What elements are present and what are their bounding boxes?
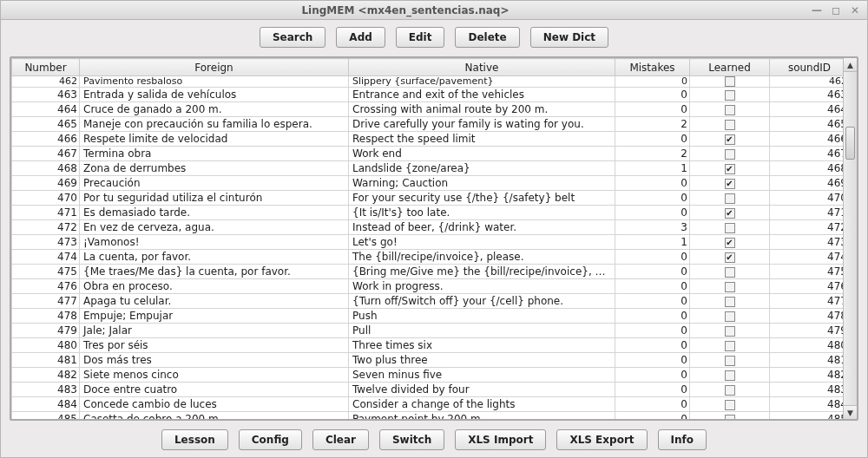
cell-mistakes: 0 bbox=[615, 176, 690, 191]
learned-checkbox[interactable] bbox=[725, 282, 735, 292]
col-mistakes[interactable]: Mistakes bbox=[615, 59, 690, 76]
learned-checkbox[interactable] bbox=[725, 193, 735, 204]
table-row[interactable]: 476Obra en proceso.Work in progress.0476 bbox=[12, 279, 844, 294]
learned-checkbox[interactable] bbox=[725, 311, 735, 322]
cell-native: Consider a change of the lights bbox=[349, 397, 615, 412]
cell-mistakes: 2 bbox=[615, 117, 690, 132]
table-row[interactable]: 463Entrada y salida de vehículosEntrance… bbox=[12, 88, 844, 102]
cell-learned: ✔ bbox=[690, 235, 770, 250]
maximize-icon[interactable]: ◻ bbox=[829, 3, 843, 17]
learned-checkbox[interactable]: ✔ bbox=[725, 238, 735, 248]
cell-mistakes: 0 bbox=[615, 338, 690, 353]
learned-checkbox[interactable] bbox=[725, 341, 735, 351]
table-row[interactable]: 477Apaga tu celular.{Turn off/Switch off… bbox=[12, 294, 844, 309]
cell-foreign: Apaga tu celular. bbox=[80, 294, 349, 309]
cell-mistakes: 3 bbox=[615, 220, 690, 235]
delete-button[interactable]: Delete bbox=[455, 27, 519, 48]
cell-soundid: 483 bbox=[770, 383, 844, 397]
table-row[interactable]: 478Empuje; EmpujarPush0478 bbox=[12, 309, 844, 324]
table-row[interactable]: 484Concede cambio de lucesConsider a cha… bbox=[12, 397, 844, 412]
learned-checkbox[interactable] bbox=[725, 356, 735, 366]
add-button[interactable]: Add bbox=[336, 27, 385, 48]
learned-checkbox[interactable] bbox=[725, 400, 735, 410]
learned-checkbox[interactable] bbox=[725, 415, 735, 420]
table-row[interactable]: 472En vez de cerveza, agua.Instead of be… bbox=[12, 220, 844, 235]
col-native[interactable]: Native bbox=[349, 59, 615, 76]
vertical-scrollbar[interactable]: ▲ ▼ bbox=[843, 58, 857, 419]
cell-native: Slippery {surface/pavement} bbox=[349, 76, 615, 88]
learned-checkbox[interactable] bbox=[725, 90, 735, 101]
learned-checkbox[interactable] bbox=[725, 105, 735, 115]
cell-learned bbox=[690, 102, 770, 117]
col-soundid[interactable]: soundID bbox=[770, 59, 844, 76]
cell-native: Respect the speed limit bbox=[349, 132, 615, 147]
table-row[interactable]: 485Casetta de cobro a 200 m.Payment poin… bbox=[12, 412, 844, 420]
table-row[interactable]: 464Cruce de ganado a 200 m.Crossing with… bbox=[12, 102, 844, 117]
search-button[interactable]: Search bbox=[260, 27, 326, 48]
learned-checkbox[interactable]: ✔ bbox=[725, 164, 735, 174]
cell-foreign: Jale; Jalar bbox=[80, 324, 349, 338]
cell-mistakes: 0 bbox=[615, 191, 690, 206]
learned-checkbox[interactable] bbox=[725, 297, 735, 307]
cell-number: 463 bbox=[12, 88, 80, 102]
minimize-icon[interactable]: — bbox=[810, 3, 824, 17]
table-row[interactable]: 480Tres por séisThree times six0480 bbox=[12, 338, 844, 353]
table-row[interactable]: 462Pavimento resbalosoSlippery {surface/… bbox=[12, 76, 844, 88]
switch-button[interactable]: Switch bbox=[379, 429, 444, 450]
cell-mistakes: 0 bbox=[615, 309, 690, 324]
table-row[interactable]: 466Respete limite de velocidadRespect th… bbox=[12, 132, 844, 147]
table-row[interactable]: 471Es demasiado tarde.{It is/It's} too l… bbox=[12, 206, 844, 220]
config-button[interactable]: Config bbox=[239, 429, 302, 450]
table-row[interactable]: 479Jale; JalarPull0479 bbox=[12, 324, 844, 338]
learned-checkbox[interactable] bbox=[725, 267, 735, 278]
table-row[interactable]: 482Siete menos cincoSeven minus five0482 bbox=[12, 368, 844, 383]
cell-learned bbox=[690, 265, 770, 279]
col-learned[interactable]: Learned bbox=[690, 59, 770, 76]
newdict-button[interactable]: New Dict bbox=[530, 27, 608, 48]
col-foreign[interactable]: Foreign bbox=[80, 59, 349, 76]
info-button[interactable]: Info bbox=[658, 429, 707, 450]
learned-checkbox[interactable]: ✔ bbox=[725, 208, 735, 219]
learned-checkbox[interactable] bbox=[725, 223, 735, 233]
table-row[interactable]: 475{Me traes/Me das} la cuenta, por favo… bbox=[12, 265, 844, 279]
cell-mistakes: 1 bbox=[615, 235, 690, 250]
col-number[interactable]: Number bbox=[12, 59, 80, 76]
table-row[interactable]: 481Dos más tresTwo plus three0481 bbox=[12, 353, 844, 368]
edit-button[interactable]: Edit bbox=[396, 27, 445, 48]
table-row[interactable]: 483Doce entre cuatroTwelve divided by fo… bbox=[12, 383, 844, 397]
learned-checkbox[interactable] bbox=[725, 370, 735, 381]
cell-soundid: 471 bbox=[770, 206, 844, 220]
lesson-button[interactable]: Lesson bbox=[161, 429, 228, 450]
cell-mistakes: 0 bbox=[615, 132, 690, 147]
scroll-up-icon[interactable]: ▲ bbox=[844, 58, 857, 72]
learned-checkbox[interactable] bbox=[725, 385, 735, 396]
cell-soundid: 476 bbox=[770, 279, 844, 294]
learned-checkbox[interactable] bbox=[725, 149, 735, 160]
close-icon[interactable]: ✕ bbox=[848, 3, 862, 17]
learned-checkbox[interactable]: ✔ bbox=[725, 252, 735, 263]
table-row[interactable]: 473¡Vamonos!Let's go!1✔473 bbox=[12, 235, 844, 250]
table-row[interactable]: 474La cuenta, por favor.The {bill/recipe… bbox=[12, 250, 844, 265]
scroll-thumb[interactable] bbox=[845, 127, 855, 160]
cell-learned bbox=[690, 88, 770, 102]
table-row[interactable]: 468Zona de derrumbesLandslide {zone/area… bbox=[12, 161, 844, 176]
xlsimport-button[interactable]: XLS Import bbox=[455, 429, 546, 450]
learned-checkbox[interactable] bbox=[725, 76, 735, 87]
cell-learned: ✔ bbox=[690, 161, 770, 176]
scroll-down-icon[interactable]: ▼ bbox=[844, 405, 857, 419]
clear-button[interactable]: Clear bbox=[312, 429, 369, 450]
xlsexport-button[interactable]: XLS Export bbox=[556, 429, 647, 450]
learned-checkbox[interactable]: ✔ bbox=[725, 134, 735, 145]
table-row[interactable]: 470Por tu seguridad utiliza el cinturónF… bbox=[12, 191, 844, 206]
cell-foreign: Por tu seguridad utiliza el cinturón bbox=[80, 191, 349, 206]
table-row[interactable]: 469PrecauciónWarning; Cauction0✔469 bbox=[12, 176, 844, 191]
cell-learned: ✔ bbox=[690, 132, 770, 147]
learned-checkbox[interactable] bbox=[725, 326, 735, 337]
learned-checkbox[interactable] bbox=[725, 120, 735, 130]
table-row[interactable]: 467Termina obraWork end2467 bbox=[12, 147, 844, 161]
cell-soundid: 464 bbox=[770, 102, 844, 117]
cell-native: Pull bbox=[349, 324, 615, 338]
learned-checkbox[interactable]: ✔ bbox=[725, 179, 735, 189]
cell-number: 473 bbox=[12, 235, 80, 250]
table-row[interactable]: 465Maneje con precaución su familia lo e… bbox=[12, 117, 844, 132]
